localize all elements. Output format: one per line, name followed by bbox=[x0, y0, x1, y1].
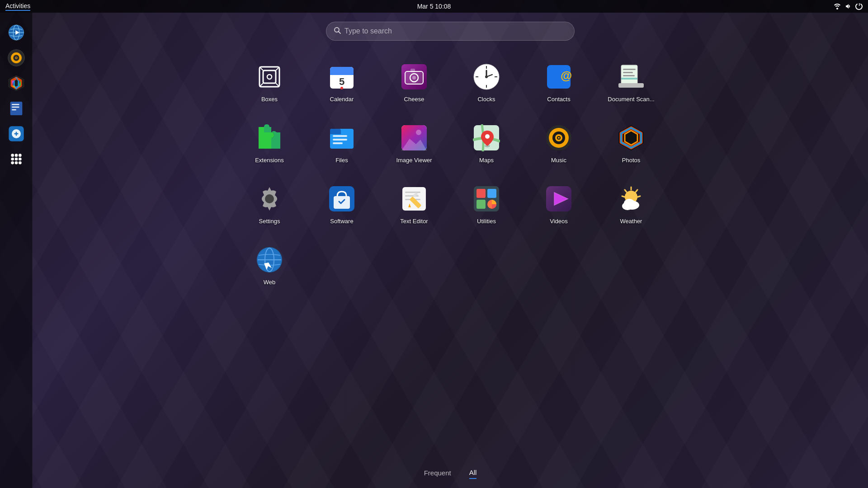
svg-point-76 bbox=[416, 130, 421, 135]
image-viewer-icon bbox=[400, 123, 429, 152]
contacts-icon: @ bbox=[544, 62, 573, 91]
frequent-tab[interactable]: Frequent bbox=[424, 469, 451, 479]
sidebar-item-photos-dock[interactable] bbox=[5, 72, 27, 94]
all-tab[interactable]: All bbox=[469, 469, 477, 479]
activities-button[interactable]: Activities bbox=[5, 2, 30, 11]
svg-point-24 bbox=[19, 158, 22, 161]
svg-point-25 bbox=[11, 161, 14, 164]
app-item-cheese[interactable]: Cheese bbox=[387, 59, 441, 106]
svg-point-26 bbox=[14, 161, 18, 164]
settings-label: Settings bbox=[259, 218, 280, 225]
music-icon bbox=[544, 123, 573, 152]
svg-point-22 bbox=[11, 158, 14, 161]
svg-point-92 bbox=[265, 194, 274, 203]
svg-rect-65 bbox=[623, 75, 635, 76]
svg-point-23 bbox=[14, 158, 18, 161]
app-item-calendar[interactable]: 5 Calendar bbox=[315, 59, 369, 106]
svg-rect-71 bbox=[333, 135, 347, 137]
svg-rect-64 bbox=[623, 72, 633, 73]
power-icon[interactable] bbox=[855, 3, 863, 10]
sidebar-item-rhythmbox[interactable] bbox=[5, 47, 27, 69]
svg-line-117 bbox=[622, 196, 625, 197]
main-area: Type to search Bo bbox=[0, 13, 868, 488]
image-viewer-label: Image Viewer bbox=[396, 157, 432, 164]
search-icon bbox=[334, 27, 341, 36]
svg-rect-63 bbox=[623, 69, 636, 70]
app-area: Type to search Bo bbox=[33, 13, 868, 488]
web-icon bbox=[255, 245, 284, 274]
svg-point-81 bbox=[485, 134, 490, 139]
svg-rect-105 bbox=[476, 200, 486, 209]
calendar-icon: 5 bbox=[327, 62, 356, 91]
weather-icon bbox=[617, 184, 646, 213]
volume-icon bbox=[844, 3, 852, 10]
svg-rect-16 bbox=[12, 109, 16, 111]
document-scanner-icon bbox=[617, 62, 646, 91]
software-app-icon bbox=[327, 184, 356, 213]
sidebar-item-software-dock[interactable] bbox=[5, 123, 27, 145]
app-item-weather[interactable]: Weather bbox=[604, 181, 658, 228]
svg-line-116 bbox=[625, 190, 627, 192]
app-item-utilities[interactable]: Utilities bbox=[459, 181, 514, 228]
app-item-boxes[interactable]: Boxes bbox=[242, 59, 297, 106]
photos-label: Photos bbox=[622, 157, 640, 164]
settings-icon bbox=[255, 184, 284, 213]
system-tray bbox=[834, 3, 863, 10]
svg-point-58 bbox=[485, 75, 488, 78]
svg-text:5: 5 bbox=[339, 76, 344, 87]
svg-rect-73 bbox=[333, 142, 343, 144]
network-icon bbox=[834, 3, 841, 10]
app-item-videos[interactable]: Videos bbox=[532, 181, 586, 228]
app-item-settings[interactable]: Settings bbox=[242, 181, 297, 228]
svg-line-115 bbox=[637, 196, 640, 197]
extensions-icon bbox=[255, 123, 284, 152]
app-grid: Boxes 5 Calendar bbox=[242, 59, 658, 289]
contacts-label: Contacts bbox=[547, 96, 570, 103]
svg-point-19 bbox=[11, 154, 14, 157]
files-label: Files bbox=[335, 157, 348, 164]
photos-app-icon bbox=[617, 123, 646, 152]
svg-point-21 bbox=[19, 154, 22, 157]
app-item-files[interactable]: Files bbox=[315, 120, 369, 167]
datetime-display: Mar 5 10:08 bbox=[417, 3, 451, 10]
utilities-icon bbox=[472, 184, 501, 213]
web-label: Web bbox=[264, 279, 276, 286]
calendar-label: Calendar bbox=[330, 96, 354, 103]
app-item-extensions[interactable]: Extensions bbox=[242, 120, 297, 167]
app-item-image-viewer[interactable]: Image Viewer bbox=[387, 120, 441, 167]
files-icon bbox=[327, 123, 356, 152]
app-item-photos[interactable]: Photos bbox=[604, 120, 658, 167]
videos-label: Videos bbox=[550, 218, 568, 225]
app-item-clocks[interactable]: Clocks bbox=[459, 59, 514, 106]
svg-point-20 bbox=[14, 154, 18, 157]
maps-icon bbox=[472, 123, 501, 152]
svg-rect-14 bbox=[12, 104, 19, 105]
svg-line-29 bbox=[339, 32, 340, 33]
search-bar[interactable]: Type to search bbox=[326, 22, 575, 41]
svg-point-87 bbox=[558, 137, 560, 139]
app-item-document-scanner[interactable]: Document Scan... bbox=[604, 59, 658, 106]
svg-point-27 bbox=[19, 161, 22, 164]
svg-point-120 bbox=[624, 199, 635, 208]
topbar: Activities Mar 5 10:08 bbox=[0, 0, 868, 13]
music-label: Music bbox=[551, 157, 566, 164]
svg-rect-40 bbox=[330, 72, 354, 75]
app-item-music[interactable]: Music bbox=[532, 120, 586, 167]
sidebar-item-web-browser[interactable] bbox=[5, 22, 27, 43]
view-tabs: Frequent All bbox=[424, 469, 477, 479]
sidebar-item-notes[interactable] bbox=[5, 98, 27, 119]
sidebar-item-app-grid[interactable] bbox=[5, 148, 27, 170]
document-scanner-label: Document Scan... bbox=[608, 96, 654, 103]
videos-icon bbox=[544, 184, 573, 213]
app-item-web[interactable]: Web bbox=[242, 242, 297, 289]
app-item-contacts[interactable]: @ Contacts bbox=[532, 59, 586, 106]
svg-point-0 bbox=[836, 8, 838, 9]
app-item-software[interactable]: Software bbox=[315, 181, 369, 228]
app-item-maps[interactable]: Maps bbox=[459, 120, 514, 167]
app-item-text-editor[interactable]: Text Editor bbox=[387, 181, 441, 228]
boxes-label: Boxes bbox=[261, 96, 278, 103]
clocks-icon bbox=[472, 62, 501, 91]
maps-label: Maps bbox=[479, 157, 494, 164]
svg-rect-70 bbox=[330, 131, 341, 134]
svg-rect-96 bbox=[405, 192, 420, 193]
